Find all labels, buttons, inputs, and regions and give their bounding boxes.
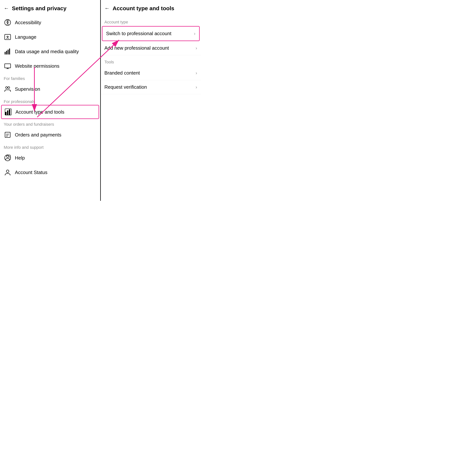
accessibility-icon — [4, 18, 12, 26]
svg-rect-18 — [7, 110, 8, 115]
right-back-button[interactable]: ← — [104, 6, 110, 11]
language-label: Language — [15, 34, 36, 40]
your-orders-label: Your orders and fundraisers — [0, 119, 100, 128]
left-panel-title: Settings and privacy — [12, 5, 66, 12]
tools-section: Tools Branded content › Request verifica… — [101, 57, 201, 94]
help-icon — [4, 154, 12, 162]
switch-professional-chevron: › — [194, 31, 195, 36]
add-professional-label: Add new professional account — [104, 45, 169, 51]
branded-content-chevron: › — [196, 70, 197, 76]
top-menu-list: Accessibility 文 Language — [0, 15, 100, 73]
right-header: ← Account type and tools — [101, 0, 201, 15]
request-verification-chevron: › — [196, 85, 197, 90]
account-type-tools-icon — [4, 108, 12, 116]
menu-item-orders-payments[interactable]: Orders and payments — [0, 128, 100, 142]
svg-line-4 — [7, 23, 8, 25]
supervision-icon — [4, 85, 12, 93]
left-header: ← Settings and privacy — [0, 0, 100, 15]
more-info-label: More info and support — [0, 142, 100, 151]
menu-item-website-permissions[interactable]: Website permissions — [0, 59, 100, 73]
left-back-button[interactable]: ← — [4, 6, 9, 11]
data-usage-label: Data usage and media quality — [15, 49, 79, 54]
add-professional-item[interactable]: Add new professional account › — [101, 41, 201, 55]
app-wrapper: ← Settings and privacy Accessibility — [0, 0, 201, 201]
switch-professional-item[interactable]: Switch to professional account › — [102, 26, 200, 41]
menu-item-language[interactable]: 文 Language — [0, 30, 100, 44]
language-icon: 文 — [4, 33, 12, 41]
svg-line-5 — [8, 23, 9, 25]
add-professional-chevron: › — [196, 46, 197, 51]
data-usage-icon — [4, 48, 12, 55]
menu-item-account-status[interactable]: Account Status — [0, 165, 100, 180]
for-families-label: For families — [0, 73, 100, 82]
orders-payments-label: Orders and payments — [15, 132, 61, 138]
svg-point-16 — [8, 87, 10, 88]
orders-payments-icon — [4, 131, 12, 139]
right-panel-title: Account type and tools — [113, 5, 174, 12]
svg-point-29 — [9, 156, 10, 157]
svg-rect-21 — [5, 132, 10, 137]
request-verification-item[interactable]: Request verification › — [101, 80, 201, 94]
accessibility-label: Accessibility — [15, 20, 41, 25]
svg-rect-19 — [9, 109, 10, 115]
menu-item-accessibility[interactable]: Accessibility — [0, 15, 100, 30]
orders-menu-list: Orders and payments — [0, 128, 100, 142]
menu-item-data-usage[interactable]: Data usage and media quality — [0, 44, 100, 59]
account-status-label: Account Status — [15, 170, 47, 175]
svg-rect-11 — [9, 49, 10, 54]
svg-rect-12 — [5, 64, 11, 68]
request-verification-label: Request verification — [104, 84, 147, 90]
account-type-section-label: Account type — [101, 17, 201, 26]
svg-point-30 — [6, 170, 9, 172]
website-permissions-label: Website permissions — [15, 63, 59, 69]
website-permissions-icon — [4, 62, 12, 70]
account-type-section: Account type Switch to professional acco… — [101, 17, 201, 55]
branded-content-item[interactable]: Branded content › — [101, 66, 201, 80]
for-professionals-label: For professionals — [0, 96, 100, 105]
help-label: Help — [15, 155, 25, 161]
supervision-label: Supervision — [15, 86, 40, 92]
account-status-icon — [4, 169, 12, 176]
svg-text:文: 文 — [6, 35, 9, 39]
branded-content-label: Branded content — [104, 70, 140, 76]
account-type-tools-label: Account type and tools — [16, 109, 64, 115]
svg-rect-8 — [5, 52, 6, 54]
svg-rect-10 — [8, 50, 9, 54]
tools-section-label: Tools — [101, 57, 201, 66]
right-panel: ← Account type and tools Account type Sw… — [101, 0, 201, 201]
menu-item-account-type-tools[interactable]: Account type and tools — [1, 105, 99, 119]
svg-rect-17 — [5, 112, 6, 115]
svg-point-15 — [6, 87, 7, 88]
menu-item-help[interactable]: Help — [0, 151, 100, 165]
switch-professional-label: Switch to professional account — [106, 31, 171, 36]
menu-item-supervision[interactable]: Supervision — [0, 82, 100, 96]
more-info-menu-list: Help Account Status — [0, 151, 100, 180]
professionals-menu-list: Account type and tools — [0, 105, 100, 119]
left-panel: ← Settings and privacy Accessibility — [0, 0, 100, 201]
families-menu-list: Supervision — [0, 82, 100, 96]
svg-rect-9 — [6, 51, 7, 54]
